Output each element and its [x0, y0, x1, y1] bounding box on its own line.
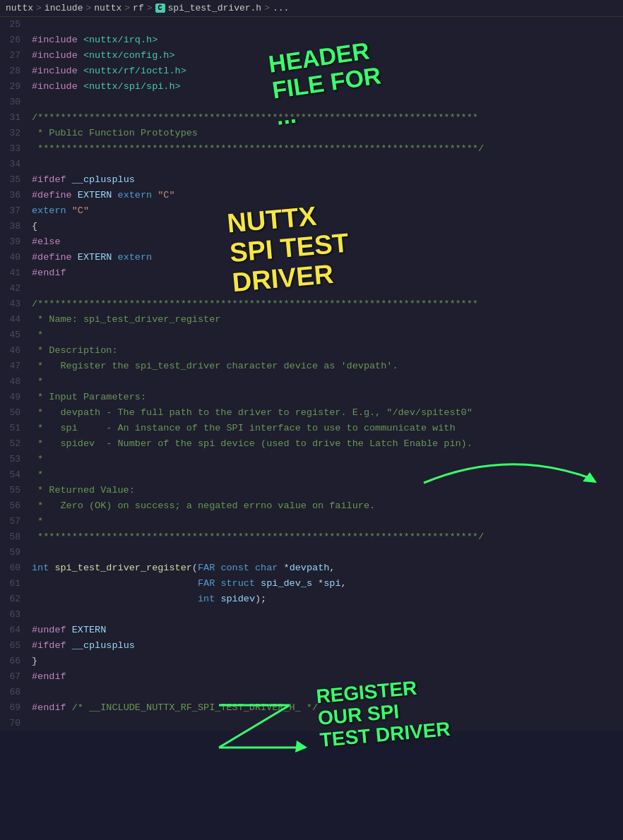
table-row: 30 [0, 95, 623, 110]
table-row: 43 /************************************… [0, 296, 623, 312]
table-row: 31 /************************************… [0, 110, 623, 126]
table-row: 60 int spi_test_driver_register(FAR cons… [0, 560, 623, 576]
table-row: 48 * [0, 374, 623, 390]
table-row: 26 #include <nuttx/irq.h> [0, 32, 623, 48]
table-row: 69 #endif /* __INCLUDE_NUTTX_RF_SPI_TEST… [0, 700, 623, 716]
table-row: 49 * Input Parameters: [0, 390, 623, 405]
table-row: 65 #ifdef __cplusplus [0, 638, 623, 654]
table-row: 44 * Name: spi_test_driver_register [0, 312, 623, 328]
breadcrumb-nuttx2[interactable]: nuttx [94, 3, 121, 13]
table-row: 33 *************************************… [0, 141, 623, 157]
breadcrumb-filename[interactable]: spi_test_driver.h [168, 3, 262, 13]
table-row: 25 [0, 17, 623, 32]
table-row: 37 extern "C" [0, 203, 623, 219]
table-row: 29 #include <nuttx/spi/spi.h> [0, 79, 623, 95]
code-editor: 25 26 #include <nuttx/irq.h> 27 #include… [0, 17, 623, 731]
table-row: 70 [0, 716, 623, 731]
table-row: 42 [0, 281, 623, 296]
sep5: > [264, 3, 270, 13]
table-row: 56 * Zero (OK) on success; a negated err… [0, 498, 623, 514]
table-row: 54 * [0, 467, 623, 483]
table-row: 38 { [0, 219, 623, 234]
breadcrumb-include[interactable]: include [44, 3, 83, 13]
table-row: 34 [0, 157, 623, 172]
table-row: 61 FAR struct spi_dev_s *spi, [0, 576, 623, 592]
svg-marker-4 [295, 740, 307, 752]
table-row: 36 #define EXTERN extern "C" [0, 188, 623, 203]
table-row: 51 * spi - An instance of the SPI interf… [0, 421, 623, 436]
table-row: 53 * [0, 452, 623, 467]
table-row: 66 } [0, 654, 623, 669]
table-row: 28 #include <nuttx/rf/ioctl.h> [0, 64, 623, 79]
table-row: 41 #endif [0, 265, 623, 281]
table-row: 68 [0, 685, 623, 700]
table-row: 32 * Public Function Prototypes [0, 126, 623, 141]
table-row: 52 * spidev - Number of the spi device (… [0, 436, 623, 452]
breadcrumb-ellipsis: ... [273, 3, 289, 13]
table-row: 40 #define EXTERN extern [0, 250, 623, 265]
breadcrumb-bar: nuttx > include > nuttx > rf > C spi_tes… [0, 0, 623, 17]
table-row: 64 #undef EXTERN [0, 623, 623, 638]
sep2: > [85, 3, 91, 13]
table-row: 63 [0, 607, 623, 623]
table-row: 46 * Description: [0, 343, 623, 359]
breadcrumb-nuttx[interactable]: nuttx [6, 3, 33, 13]
table-row: 50 * devpath - The full path to the driv… [0, 405, 623, 421]
sep4: > [147, 3, 153, 13]
breadcrumb-rf[interactable]: rf [133, 3, 144, 13]
table-row: 35 #ifdef __cplusplus [0, 172, 623, 188]
table-row: 59 [0, 545, 623, 560]
table-row: 39 #else [0, 234, 623, 250]
table-row: 45 * [0, 328, 623, 343]
table-row: 67 #endif [0, 669, 623, 685]
table-row: 47 * Register the spi_test_driver charac… [0, 359, 623, 374]
sep3: > [124, 3, 130, 13]
table-row: 57 * [0, 514, 623, 529]
table-row: 27 #include <nuttx/config.h> [0, 48, 623, 64]
c-file-icon: C [155, 4, 165, 13]
table-row: 62 int spidev); [0, 592, 623, 607]
table-row: 55 * Returned Value: [0, 483, 623, 498]
sep1: > [36, 3, 42, 13]
table-row: 58 *************************************… [0, 529, 623, 545]
